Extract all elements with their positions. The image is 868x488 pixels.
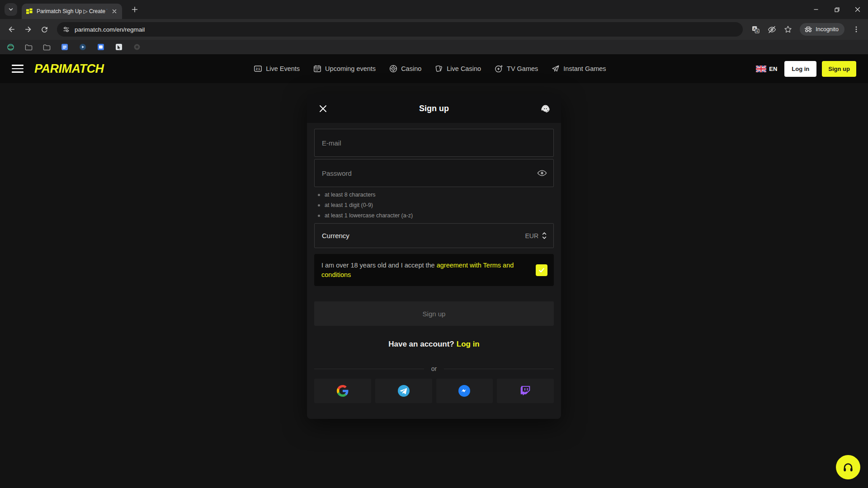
nav-item-live-casino[interactable]: Live Casino [435, 65, 481, 73]
tv-games-icon [495, 65, 503, 73]
back-button[interactable] [5, 22, 19, 37]
email-field-wrap [314, 129, 554, 157]
nav-label: Live Casino [447, 65, 481, 72]
password-field[interactable] [314, 159, 554, 187]
window-close-button[interactable] [847, 0, 868, 19]
messenger-login-button[interactable] [436, 379, 493, 403]
back-arrow-icon [7, 25, 16, 34]
main-navigation: 2:1 Live Events Upcoming events [254, 65, 606, 73]
modal-body: at least 8 characters at least 1 digit (… [307, 123, 561, 403]
google-login-button[interactable] [314, 379, 371, 403]
preview-hide-button[interactable] [764, 22, 779, 37]
nav-item-live-events[interactable]: 2:1 Live Events [254, 65, 300, 73]
modal-title: Sign up [329, 104, 539, 113]
terms-row: I am over 18 years old and I accept the … [314, 254, 554, 286]
nav-item-casino[interactable]: Casino [389, 65, 421, 73]
window-minimize-button[interactable] [806, 0, 826, 19]
header-signup-button[interactable]: Sign up [822, 61, 856, 77]
social-login-row [314, 379, 554, 403]
show-password-button[interactable] [537, 168, 547, 180]
svg-text:2:1: 2:1 [256, 67, 260, 70]
folder-icon [43, 44, 51, 51]
forward-button[interactable] [21, 22, 35, 37]
nav-label: Upcoming events [325, 65, 376, 72]
support-button[interactable] [539, 103, 551, 114]
bullet-icon [318, 194, 320, 196]
tab-close-button[interactable] [111, 8, 118, 15]
translate-button[interactable]: A a [748, 22, 763, 37]
modal-close-button[interactable] [317, 103, 329, 114]
signup-modal: Sign up [307, 94, 561, 419]
nav-item-instant-games[interactable]: Instant Games [552, 65, 606, 73]
browser-tab[interactable]: Parimatch Sigh Up ▷ Create Yo [22, 4, 122, 19]
url-text[interactable]: parimatch.com/en/regmail [75, 26, 740, 33]
chevron-updown-icon [542, 232, 547, 239]
twitch-icon [519, 385, 531, 397]
headphones-icon [842, 461, 854, 474]
bookmark-window[interactable] [97, 43, 105, 51]
bookmark-docs[interactable] [61, 43, 69, 51]
signup-submit-button[interactable]: Sign up [314, 301, 554, 326]
floating-support-button[interactable] [836, 455, 860, 479]
nav-label: Instant Games [563, 65, 606, 72]
divider-line [314, 369, 424, 369]
checkmark-icon [538, 267, 545, 274]
live-events-icon: 2:1 [254, 65, 262, 73]
bookmark-extension[interactable] [133, 43, 141, 51]
eye-icon [537, 168, 547, 178]
reload-button[interactable] [37, 22, 52, 37]
language-selector[interactable]: EN [756, 66, 777, 72]
currency-select[interactable]: Currency EUR [314, 223, 554, 248]
bookmark-player[interactable] [79, 43, 87, 51]
bookmark-star-button[interactable] [781, 22, 795, 37]
uk-flag-icon [756, 66, 766, 72]
window-restore-button[interactable] [826, 0, 847, 19]
docs-icon [61, 43, 68, 51]
twitch-login-button[interactable] [497, 379, 554, 403]
nav-item-upcoming-events[interactable]: Upcoming events [313, 65, 376, 73]
nav-label: Casino [401, 65, 421, 72]
currency-label: Currency [322, 232, 525, 239]
incognito-badge: Incognito [800, 23, 844, 36]
folder-icon [25, 44, 33, 51]
three-dots-icon [853, 26, 860, 33]
header-login-button[interactable]: Log in [784, 61, 816, 77]
nav-label: TV Games [507, 65, 538, 72]
url-bar[interactable]: parimatch.com/en/regmail [57, 22, 743, 37]
divider-line [444, 369, 554, 369]
bookmark-folder-2[interactable] [42, 43, 51, 51]
globe-icon [7, 43, 14, 51]
bookmark-cursor[interactable] [115, 43, 123, 51]
new-tab-button[interactable] [128, 3, 141, 16]
telegram-icon [397, 385, 410, 397]
or-label: or [431, 365, 437, 372]
language-label: EN [769, 66, 777, 72]
nav-item-tv-games[interactable]: TV Games [495, 65, 538, 73]
calendar-icon [313, 65, 321, 73]
password-requirements: at least 8 characters at least 1 digit (… [318, 192, 554, 219]
svg-text:a: a [756, 29, 758, 33]
bullet-icon [318, 204, 320, 206]
login-link[interactable]: Log in [457, 340, 480, 348]
cursor-icon [115, 43, 123, 51]
messenger-icon [458, 385, 471, 397]
terms-text: I am over 18 years old and I accept the … [321, 261, 529, 279]
browser-menu-button[interactable] [849, 22, 863, 37]
plus-icon [132, 6, 138, 13]
terms-checkbox[interactable] [536, 264, 547, 276]
incognito-label: Incognito [816, 26, 839, 33]
nav-label: Live Events [266, 65, 300, 72]
hamburger-menu-button[interactable] [12, 63, 24, 75]
site-header: PARIMATCH 2:1 Live Events Upcoming event… [0, 54, 868, 83]
password-field-wrap [314, 159, 554, 187]
bookmark-globe[interactable] [6, 43, 14, 51]
email-field[interactable] [314, 129, 554, 157]
site-settings-icon [62, 26, 70, 33]
site-logo[interactable]: PARIMATCH [34, 62, 104, 76]
telegram-login-button[interactable] [375, 379, 432, 403]
eye-off-icon [767, 25, 777, 34]
browser-toolbar: parimatch.com/en/regmail A a Incognito [0, 19, 868, 40]
minimize-icon [813, 7, 819, 12]
bookmark-folder-1[interactable] [24, 43, 33, 51]
tab-search-button[interactable] [5, 3, 17, 16]
